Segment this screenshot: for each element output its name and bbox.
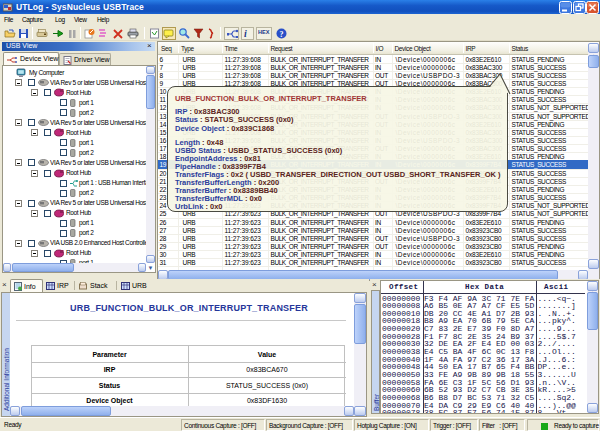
svg-text:?: ? — [280, 30, 284, 39]
